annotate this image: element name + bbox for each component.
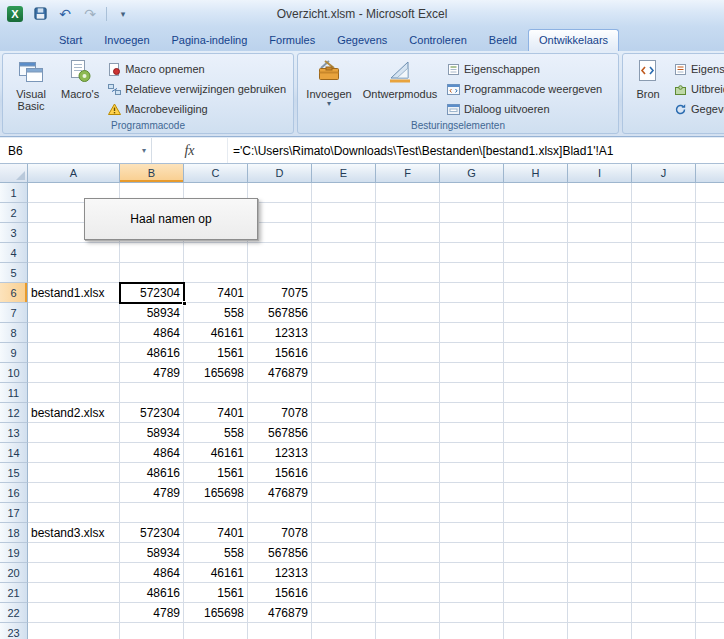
cell-i12[interactable]: [568, 403, 632, 423]
cell-j10[interactable]: [632, 363, 696, 383]
cell-e21[interactable]: [312, 583, 376, 603]
row-header-20[interactable]: 20: [0, 563, 28, 583]
save-button[interactable]: [31, 5, 49, 23]
bron-button[interactable]: Bron: [626, 56, 670, 119]
cell-e13[interactable]: [312, 423, 376, 443]
cell-e5[interactable]: [312, 263, 376, 283]
cell-b21[interactable]: 48616: [120, 583, 184, 603]
cell-f3[interactable]: [376, 223, 440, 243]
cell-d16[interactable]: 476879: [248, 483, 312, 503]
cell-i16[interactable]: [568, 483, 632, 503]
cell-c6[interactable]: 7401: [184, 283, 248, 303]
cell-d7[interactable]: 567856: [248, 303, 312, 323]
row-header-12[interactable]: 12: [0, 403, 28, 423]
cell-d17[interactable]: [248, 503, 312, 523]
cell-c5[interactable]: [184, 263, 248, 283]
cell-i7[interactable]: [568, 303, 632, 323]
row-header-1[interactable]: 1: [0, 183, 28, 203]
tab-beeld[interactable]: Beeld: [478, 29, 528, 51]
cell-b20[interactable]: 4864: [120, 563, 184, 583]
row-header-8[interactable]: 8: [0, 323, 28, 343]
insert-function-button[interactable]: fx: [152, 138, 228, 163]
cell-c11[interactable]: [184, 383, 248, 403]
cell-i15[interactable]: [568, 463, 632, 483]
cell-f11[interactable]: [376, 383, 440, 403]
cell-b4[interactable]: [120, 243, 184, 263]
cell-c21[interactable]: 1561: [184, 583, 248, 603]
column-header-j[interactable]: J: [632, 164, 696, 183]
cell-f7[interactable]: [376, 303, 440, 323]
cell-f9[interactable]: [376, 343, 440, 363]
cell-c12[interactable]: 7401: [184, 403, 248, 423]
cell-h18[interactable]: [504, 523, 568, 543]
cell-e15[interactable]: [312, 463, 376, 483]
tab-gegevens[interactable]: Gegevens: [326, 29, 398, 51]
cell-e10[interactable]: [312, 363, 376, 383]
column-header-e[interactable]: E: [312, 164, 376, 183]
macros-button[interactable]: Macro's: [56, 56, 104, 119]
cell-h8[interactable]: [504, 323, 568, 343]
cell-c7[interactable]: 558: [184, 303, 248, 323]
cell-a23[interactable]: [28, 623, 120, 639]
undo-button[interactable]: ↶: [56, 5, 74, 23]
dialoog-uitvoeren-button[interactable]: Dialoog uitvoeren: [443, 100, 606, 118]
cell-h11[interactable]: [504, 383, 568, 403]
programmacode-weergeven-button[interactable]: Programmacode weergeven: [443, 80, 606, 98]
cell-c14[interactable]: 46161: [184, 443, 248, 463]
row-header-7[interactable]: 7: [0, 303, 28, 323]
row-header-23[interactable]: 23: [0, 623, 28, 639]
cell-b18[interactable]: 572304: [120, 523, 184, 543]
cell-a15[interactable]: [28, 463, 120, 483]
row-header-11[interactable]: 11: [0, 383, 28, 403]
cell-g4[interactable]: [440, 243, 504, 263]
cell-h5[interactable]: [504, 263, 568, 283]
cell-h9[interactable]: [504, 343, 568, 363]
cell-a13[interactable]: [28, 423, 120, 443]
cell-a8[interactable]: [28, 323, 120, 343]
cell-e2[interactable]: [312, 203, 376, 223]
name-box-dropdown-icon[interactable]: ▾: [142, 146, 146, 155]
ontwerpmodus-button[interactable]: Ontwerpmodus: [357, 56, 443, 119]
tab-controleren[interactable]: Controleren: [398, 29, 477, 51]
cell-f10[interactable]: [376, 363, 440, 383]
cell-j11[interactable]: [632, 383, 696, 403]
cell-h19[interactable]: [504, 543, 568, 563]
cell-g10[interactable]: [440, 363, 504, 383]
column-header-b[interactable]: B: [120, 164, 184, 183]
cell-i20[interactable]: [568, 563, 632, 583]
cell-e1[interactable]: [312, 183, 376, 203]
row-header-4[interactable]: 4: [0, 243, 28, 263]
cell-j23[interactable]: [632, 623, 696, 639]
cell-g22[interactable]: [440, 603, 504, 623]
cell-f22[interactable]: [376, 603, 440, 623]
cell-c10[interactable]: 165698: [184, 363, 248, 383]
cell-f16[interactable]: [376, 483, 440, 503]
cell-c4[interactable]: [184, 243, 248, 263]
cell-j14[interactable]: [632, 443, 696, 463]
cell-i1[interactable]: [568, 183, 632, 203]
relatieve-verwijzingen-button[interactable]: Relatieve verwijzingen gebruiken: [104, 80, 290, 98]
cell-i18[interactable]: [568, 523, 632, 543]
cell-e12[interactable]: [312, 403, 376, 423]
cell-e11[interactable]: [312, 383, 376, 403]
cell-i17[interactable]: [568, 503, 632, 523]
cell-e14[interactable]: [312, 443, 376, 463]
cell-j20[interactable]: [632, 563, 696, 583]
cell-c19[interactable]: 558: [184, 543, 248, 563]
cell-b22[interactable]: 4789: [120, 603, 184, 623]
cell-b8[interactable]: 4864: [120, 323, 184, 343]
cell-f5[interactable]: [376, 263, 440, 283]
cell-h13[interactable]: [504, 423, 568, 443]
cell-e6[interactable]: [312, 283, 376, 303]
cell-h15[interactable]: [504, 463, 568, 483]
cell-f8[interactable]: [376, 323, 440, 343]
cell-j12[interactable]: [632, 403, 696, 423]
cell-h6[interactable]: [504, 283, 568, 303]
cell-j5[interactable]: [632, 263, 696, 283]
row-header-15[interactable]: 15: [0, 463, 28, 483]
cell-b10[interactable]: 4789: [120, 363, 184, 383]
cell-g3[interactable]: [440, 223, 504, 243]
column-header-g[interactable]: G: [440, 164, 504, 183]
name-box[interactable]: B6 ▾: [0, 138, 152, 163]
cell-i14[interactable]: [568, 443, 632, 463]
